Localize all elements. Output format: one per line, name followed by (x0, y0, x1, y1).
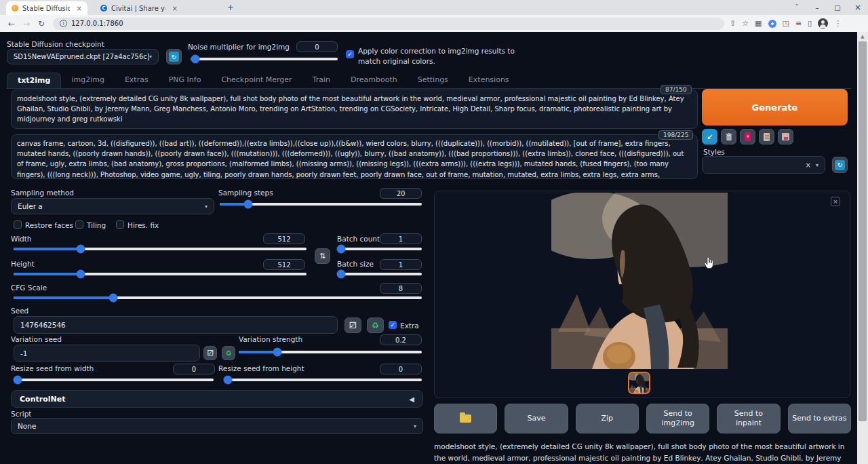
browser-tab-civitai[interactable]: C Civitai | Share your models × (95, 1, 183, 15)
bookmark-star-icon[interactable]: ☆ (742, 19, 749, 28)
tab-settings[interactable]: Settings (408, 73, 458, 88)
checkpoint-refresh-button[interactable]: ↻ (166, 49, 182, 64)
batch-count-value[interactable]: 1 (380, 233, 422, 244)
open-folder-button[interactable] (434, 404, 497, 433)
prompt-textarea[interactable]: modelshoot style, (extremely detailed CG… (11, 90, 698, 129)
gallery-thumbnail[interactable] (628, 372, 650, 394)
extensions-puzzle-icon[interactable]: ◳ (783, 19, 789, 28)
tab-img2img[interactable]: img2img (61, 73, 115, 88)
batch-size-slider[interactable] (337, 273, 422, 275)
variation-seed-input[interactable]: -1 (14, 345, 200, 362)
page-scrollbar[interactable]: ▲ (857, 32, 868, 464)
trash-icon (726, 133, 732, 141)
sampling-steps-slider[interactable] (220, 203, 422, 206)
clear-prompt-button[interactable] (721, 129, 736, 144)
new-tab-button[interactable]: + (225, 3, 236, 14)
reading-list-icon[interactable]: ≡ (795, 19, 802, 28)
script-label: Script (11, 410, 31, 418)
scrollbar-thumb[interactable] (859, 41, 867, 421)
tab-txt2img[interactable]: txt2img (7, 73, 61, 88)
chevron-down-icon: ▾ (205, 204, 208, 210)
variation-reuse-seed-button[interactable]: ♻ (222, 346, 235, 360)
reuse-seed-button[interactable]: ♻ (367, 317, 384, 333)
variation-strength-value[interactable]: 0.2 (380, 334, 422, 345)
tab-close-icon[interactable]: × (77, 5, 82, 12)
batch-size-value[interactable]: 1 (380, 259, 422, 270)
zip-button[interactable]: Zip (576, 404, 639, 433)
forward-icon[interactable]: → (19, 19, 34, 28)
output-gallery: × (434, 191, 850, 398)
save-style-button[interactable] (778, 129, 793, 144)
extension-blue-icon[interactable] (768, 20, 776, 28)
window-maximize-button[interactable]: □ (827, 0, 848, 15)
profile-avatar[interactable] (818, 18, 828, 28)
generation-info-text: modelshoot style, (extremely detailed CG… (434, 441, 849, 464)
resize-seed-height-value[interactable]: 0 (380, 364, 422, 374)
window-close-button[interactable]: × (848, 0, 868, 15)
tab-extensions[interactable]: Extensions (458, 73, 519, 88)
resize-seed-width-slider[interactable] (14, 379, 214, 381)
width-value[interactable]: 512 (263, 233, 305, 244)
send-to-extras-button[interactable]: Send to extras (788, 404, 851, 433)
script-dropdown[interactable]: None ▾ (11, 418, 423, 434)
reload-icon[interactable]: ↻ (34, 19, 49, 28)
width-slider[interactable] (14, 248, 307, 250)
address-bar[interactable]: i 127.0.0.1:7860 (53, 18, 724, 30)
clear-icon[interactable]: × (806, 161, 811, 169)
seed-input[interactable]: 1476462546 (14, 316, 338, 334)
tab-checkpoint-merger[interactable]: Checkpoint Merger (211, 73, 302, 88)
generate-button[interactable]: Generate (702, 89, 848, 125)
resize-seed-height-slider[interactable] (224, 379, 422, 381)
browser-menu-icon[interactable]: ⋮ (834, 19, 842, 28)
resize-seed-width-value[interactable]: 0 (173, 364, 215, 374)
styles-refresh-button[interactable]: ↻ (832, 157, 848, 173)
styles-dropdown[interactable]: × ▾ (702, 156, 825, 174)
site-info-icon[interactable]: i (60, 20, 67, 27)
variation-random-seed-button[interactable]: ⚂ (203, 346, 217, 360)
color-correction-checkbox[interactable]: ✓ (346, 50, 354, 58)
checkpoint-dropdown[interactable]: SD15NewVAEpruned.ckpt [27a4ac756c] ▾ (7, 49, 159, 64)
swap-dimensions-button[interactable]: ⇅ (315, 248, 330, 264)
extra-networks-button[interactable] (740, 129, 755, 144)
chevron-down-icon: ▾ (414, 423, 416, 429)
variation-seed-label: Variation seed (11, 335, 62, 343)
browser-tab-stable-diffusion[interactable]: Stable Diffusion × (6, 1, 87, 15)
send-to-inpaint-button[interactable]: Send to inpaint (717, 404, 780, 433)
save-button[interactable]: Save (505, 404, 568, 433)
tab-search-chevron-icon[interactable]: ˇ (787, 0, 807, 15)
send-to-img2img-button[interactable]: Send to img2img (646, 404, 709, 433)
share-icon[interactable]: ⇧ (730, 19, 736, 28)
random-seed-button[interactable]: ⚂ (344, 317, 361, 333)
cfg-scale-value[interactable]: 8 (380, 283, 422, 294)
extra-seed-checkbox[interactable]: ✓ (389, 321, 397, 329)
gallery-close-button[interactable]: × (831, 197, 840, 206)
generated-image[interactable] (551, 193, 728, 369)
negative-prompt-textarea[interactable]: canvas frame, cartoon, 3d, ((disfigured)… (11, 134, 698, 179)
hires-fix-checkbox[interactable] (116, 220, 124, 229)
paste-params-button[interactable]: ↙ (702, 129, 717, 144)
cfg-scale-slider[interactable] (14, 296, 422, 299)
window-minimize-button[interactable]: – (807, 0, 827, 15)
side-panel-icon[interactable]: ▯ (808, 19, 812, 28)
tab-png-info[interactable]: PNG Info (159, 73, 212, 88)
extension-grid-icon[interactable]: ▦ (755, 19, 762, 28)
apply-style-button[interactable] (759, 129, 774, 144)
tab-dreambooth[interactable]: Dreambooth (340, 73, 408, 88)
height-slider[interactable] (14, 273, 307, 275)
sampling-steps-value[interactable]: 20 (380, 188, 422, 199)
noise-multiplier-value[interactable]: 0 (296, 41, 338, 52)
tab-train[interactable]: Train (302, 73, 340, 88)
scrollbar-up-icon[interactable]: ▲ (857, 32, 868, 41)
batch-count-slider[interactable] (337, 248, 422, 250)
tab-close-icon[interactable]: × (172, 5, 178, 12)
height-value[interactable]: 512 (263, 259, 305, 270)
restore-faces-checkbox[interactable] (14, 220, 22, 229)
controlnet-accordion[interactable]: ControlNet ◀ (11, 390, 423, 408)
refresh-icon: ↻ (169, 52, 179, 62)
tab-extras[interactable]: Extras (115, 73, 159, 88)
noise-multiplier-slider[interactable] (191, 58, 338, 60)
tiling-checkbox[interactable] (75, 220, 83, 229)
sampling-method-dropdown[interactable]: Euler a ▾ (11, 198, 214, 214)
back-icon[interactable]: ← (4, 19, 19, 28)
variation-strength-slider[interactable] (239, 351, 422, 353)
